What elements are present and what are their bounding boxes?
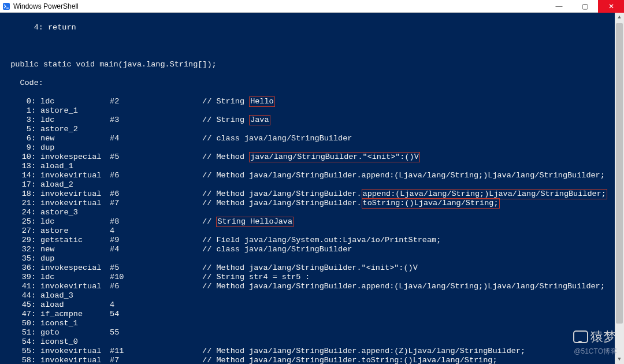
bytecode-line: 41: invokevirtual#6// Method java/lang/S… (1, 282, 623, 291)
maximize-button[interactable]: ▢ (572, 0, 598, 13)
bytecode-line: 3: ldc#3// String Java (1, 116, 623, 125)
bytecode-line: 27: astore4 (1, 226, 623, 236)
minimize-button[interactable]: — (546, 0, 572, 13)
comment: // (202, 217, 216, 226)
offset: 47: (1, 310, 36, 319)
operand: 55 (110, 328, 202, 337)
bytecode-line: 9: dup (1, 143, 623, 153)
bytecode-line: 54: iconst_0 (1, 337, 623, 347)
operand: #5 (110, 153, 202, 162)
offset: 36: (1, 263, 36, 273)
offset: 24: (1, 208, 36, 217)
bytecode-line: 35: dup (1, 254, 623, 263)
offset: 21: (1, 199, 36, 208)
powershell-icon (2, 2, 10, 10)
bytecode-line: 36: invokespecial#5// Method java/lang/S… (1, 263, 623, 273)
offset: 14: (1, 171, 36, 180)
watermark-credit: @51CTO博客 (574, 347, 617, 356)
code-line: 4: return (1, 23, 623, 32)
watermark-brand: 猿梦 (590, 332, 616, 341)
operand: 4 (110, 226, 202, 236)
offset: 1: (1, 106, 36, 116)
comment: // Method java/lang/StringBuilder. (202, 190, 361, 198)
opcode: aload_3 (40, 291, 110, 300)
opcode: invokespecial (40, 153, 110, 162)
code-line: public static void main(java.lang.String… (1, 60, 623, 69)
opcode: astore_1 (40, 106, 110, 116)
opcode: astore_3 (40, 208, 110, 217)
highlighted-text: toString:()Ljava/lang/String; (362, 198, 500, 209)
opcode: if_acmpne (40, 310, 110, 319)
comment: // String str4 = str5 : (202, 273, 310, 281)
bytecode-line: 1: astore_1 (1, 106, 623, 116)
offset: 18: (1, 190, 36, 199)
opcode: aload_1 (40, 162, 110, 171)
bytecode-line: 25: ldc#8// String HelloJava (1, 217, 623, 226)
operand: #6 (110, 190, 202, 199)
operand: #10 (110, 273, 202, 282)
opcode: iconst_0 (40, 337, 110, 347)
code-line (1, 42, 623, 51)
comment: // class java/lang/StringBuilder (202, 245, 352, 254)
bytecode-line: 39: ldc#10// String str4 = str5 : (1, 273, 623, 282)
opcode: new (40, 245, 110, 254)
bytecode-line: 21: invokevirtual#7// Method java/lang/S… (1, 199, 623, 208)
operand: #5 (110, 263, 202, 273)
bytecode-line: 55: invokevirtual#11// Method java/lang/… (1, 347, 623, 356)
scroll-up-icon[interactable]: ▲ (615, 13, 624, 22)
highlighted-text: Hello (249, 96, 275, 107)
opcode: invokevirtual (40, 199, 110, 208)
titlebar: Windows PowerShell — ▢ ✕ (0, 0, 624, 13)
comment: // Method java/lang/StringBuilder.append… (202, 171, 605, 180)
close-button[interactable]: ✕ (598, 0, 624, 13)
offset: 6: (1, 134, 36, 143)
bytecode-line: 51: goto55 (1, 328, 623, 337)
offset: 45: (1, 300, 36, 310)
offset: 0: (1, 97, 36, 106)
offset: 9: (1, 143, 36, 153)
scroll-down-icon[interactable]: ▼ (615, 355, 624, 364)
scrollbar-thumb[interactable] (616, 23, 623, 324)
opcode: astore (40, 226, 110, 236)
watermark-logo: 猿梦 (573, 330, 616, 343)
comment: // class java/lang/StringBuilder (202, 134, 352, 143)
offset: 41: (1, 282, 36, 291)
offset: 10: (1, 153, 36, 162)
operand: #2 (110, 97, 202, 106)
comment: // Method java/lang/StringBuilder."<init… (202, 263, 418, 272)
terminal-output[interactable]: 4: return public static void main(java.l… (0, 13, 624, 364)
opcode: invokevirtual (40, 356, 110, 364)
vertical-scrollbar[interactable]: ▲ ▼ (615, 13, 624, 364)
bytecode-line: 32: new#4// class java/lang/StringBuilde… (1, 245, 623, 254)
bytecode-line: 0: ldc#2// String Hello (1, 97, 623, 106)
opcode: aload (40, 300, 110, 310)
offset: 44: (1, 291, 36, 300)
bytecode-line: 18: invokevirtual#6// Method java/lang/S… (1, 190, 623, 199)
svg-rect-0 (3, 3, 10, 10)
opcode: dup (40, 143, 110, 153)
window-title: Windows PowerShell (13, 2, 79, 11)
chat-bubble-icon (573, 330, 588, 343)
offset: 29: (1, 236, 36, 245)
bytecode-line: 44: aload_3 (1, 291, 623, 300)
comment: // Field java/lang/System.out:Ljava/io/P… (202, 236, 441, 244)
opcode: invokespecial (40, 263, 110, 273)
offset: 58: (1, 356, 36, 364)
bytecode-line: 29: getstatic#9// Field java/lang/System… (1, 236, 623, 245)
offset: 54: (1, 337, 36, 347)
opcode: ldc (40, 217, 110, 226)
comment: // Method java/lang/StringBuilder.toStri… (202, 356, 497, 364)
opcode: dup (40, 254, 110, 263)
offset: 32: (1, 245, 36, 254)
bytecode-line: 14: invokevirtual#6// Method java/lang/S… (1, 171, 623, 180)
operand: #9 (110, 236, 202, 245)
bytecode-line: 6: new#4// class java/lang/StringBuilder (1, 134, 623, 143)
bytecode-line: 10: invokespecial#5// Method java/lang/S… (1, 153, 623, 162)
opcode: astore_2 (40, 125, 110, 134)
comment: // String (202, 97, 249, 106)
comment: // Method java/lang/StringBuilder.append… (202, 282, 605, 291)
opcode: aload_2 (40, 180, 110, 190)
code-line: Code: (1, 79, 623, 88)
bytecode-line: 24: astore_3 (1, 208, 623, 217)
operand: #7 (110, 356, 202, 364)
